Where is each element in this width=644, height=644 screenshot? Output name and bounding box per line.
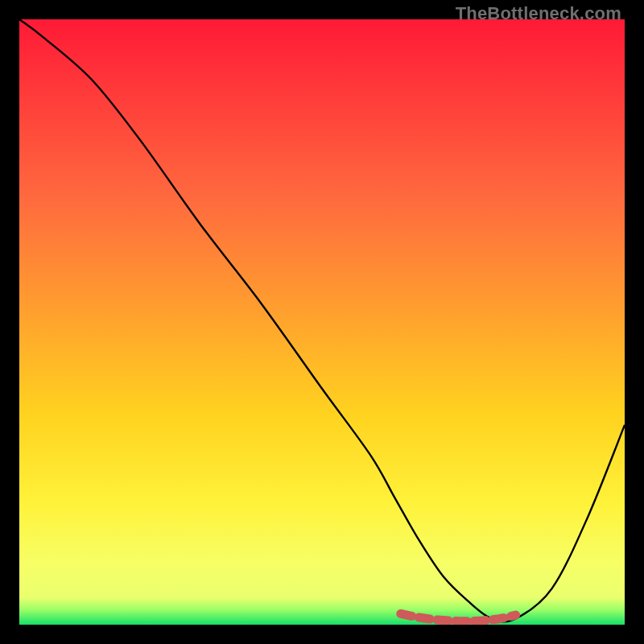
heat-gradient-background — [19, 19, 625, 625]
bottleneck-chart — [19, 19, 625, 625]
chart-frame — [19, 19, 625, 625]
